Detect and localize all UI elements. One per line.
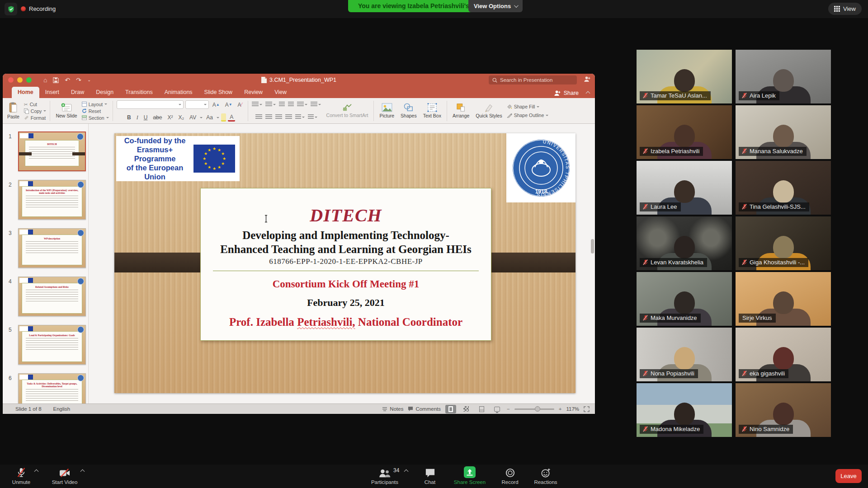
tab-draw[interactable]: Draw (65, 87, 90, 98)
align-text-button[interactable] (308, 114, 317, 120)
slide-1[interactable]: Co-funded by the Erasmus+ Programme of t… (114, 133, 576, 393)
customize-toolbar-icon[interactable]: ⌄ (87, 78, 91, 82)
participant-tile[interactable]: Nino Samnidze (736, 383, 831, 437)
align-left-button[interactable] (255, 114, 262, 120)
participant-tile[interactable]: Maka Murvanidze (637, 272, 732, 326)
cut-button[interactable]: ✂Cut (24, 101, 47, 108)
layout-button[interactable]: Layout (82, 101, 109, 108)
picture-button[interactable]: Picture (377, 103, 396, 119)
zoom-slider[interactable] (514, 408, 554, 410)
participants-button[interactable]: 34 Participants (365, 466, 404, 485)
bullets-button[interactable] (252, 102, 262, 108)
start-video-button[interactable]: Start Video (47, 466, 82, 485)
thumbnail-slide-preview[interactable]: Lead & Participating Organizations: Goal… (18, 325, 86, 365)
minimize-window-button[interactable] (17, 77, 23, 83)
subscript-button[interactable]: X₂ (176, 113, 186, 122)
strikethrough-button[interactable]: abe (151, 113, 164, 122)
close-window-button[interactable] (8, 77, 14, 83)
superscript-button[interactable]: X² (165, 113, 175, 122)
chat-button[interactable]: Chat (420, 466, 440, 485)
audio-options-caret[interactable] (34, 469, 39, 474)
reactions-button[interactable]: Reactions (530, 466, 561, 485)
participants-caret[interactable] (404, 469, 409, 474)
security-shield-icon[interactable] (5, 3, 17, 15)
new-slide-button[interactable]: New Slide (54, 103, 79, 119)
zoom-in-button[interactable]: + (559, 406, 562, 412)
share-screen-button[interactable]: Share Screen (449, 466, 490, 485)
fit-slide-icon[interactable] (584, 406, 590, 412)
quick-styles-button[interactable]: Quick Styles (474, 103, 504, 119)
tab-transitions[interactable]: Transitions (119, 87, 159, 98)
thumbnail-slide-preview[interactable]: WP description (18, 228, 86, 268)
zoom-slider-knob[interactable] (535, 406, 540, 412)
zoom-window-button[interactable] (26, 77, 32, 83)
tab-insert[interactable]: Insert (39, 87, 65, 98)
slide-sorter-view-button[interactable] (461, 405, 472, 413)
text-direction-button[interactable] (295, 114, 305, 120)
shape-fill-button[interactable]: Shape Fill (507, 103, 549, 110)
participant-tile[interactable]: Nona Popiashvili (637, 328, 732, 381)
zoom-out-button[interactable]: − (507, 406, 510, 412)
notes-page-view-button[interactable] (476, 405, 487, 413)
font-name-combo[interactable] (117, 100, 184, 109)
change-case-button[interactable]: Aa (204, 113, 215, 122)
search-field[interactable]: Search in Presentation (489, 75, 577, 84)
shape-outline-button[interactable]: Shape Outline (507, 112, 549, 119)
collapse-ribbon-icon[interactable] (586, 91, 590, 95)
align-center-button[interactable] (265, 114, 272, 120)
align-right-button[interactable] (275, 114, 282, 120)
normal-view-button[interactable] (445, 405, 456, 413)
record-button[interactable]: Record (497, 466, 523, 485)
participant-tile[interactable]: Tina Gelashvili-SJS... (736, 161, 831, 215)
participant-tile[interactable]: Aira Lepik (736, 50, 831, 103)
increase-indent-button[interactable] (288, 102, 294, 108)
numbering-button[interactable] (265, 102, 276, 108)
thumbnail-slide-preview[interactable]: Related Assumptions and Risks (18, 277, 86, 316)
decrease-font-button[interactable]: A▼ (223, 101, 234, 109)
project-code[interactable]: 618766-EPP-1-2020-1-EE-EPPKA2-CBHE-JP (201, 257, 491, 266)
thumbnail-slide-preview[interactable]: Introduction of the WP1 (Preparation): o… (18, 180, 86, 220)
participant-tile[interactable]: Laura Lee (637, 161, 732, 215)
underline-button[interactable]: U (142, 113, 150, 122)
video-options-caret[interactable] (80, 469, 85, 474)
participant-tile[interactable]: Levan Kvaratskhelia (637, 216, 732, 270)
line-spacing-button[interactable] (297, 102, 307, 108)
tab-view[interactable]: View (269, 87, 292, 98)
slide-title[interactable]: DITECH (201, 205, 491, 226)
participant-tile[interactable]: Izabela Petriashvili (637, 105, 732, 159)
notes-toggle[interactable]: Notes (382, 406, 403, 412)
increase-font-button[interactable]: A▲ (211, 101, 222, 109)
participant-tile[interactable]: Sirje Virkus (736, 272, 831, 326)
slideshow-view-button[interactable] (491, 405, 502, 413)
share-button[interactable]: Share (554, 90, 590, 96)
arrange-button[interactable]: Arrange (451, 103, 471, 119)
window-controls[interactable] (8, 77, 32, 83)
undo-icon[interactable]: ↶ (65, 77, 70, 83)
columns-button[interactable] (311, 102, 321, 108)
section-button[interactable]: Section (82, 114, 109, 121)
highlight-button[interactable] (221, 113, 226, 122)
participant-tile[interactable]: Tamar TeSaU Aslan... (637, 50, 732, 103)
tab-animations[interactable]: Animations (159, 87, 198, 98)
tab-review[interactable]: Review (238, 87, 269, 98)
comments-toggle[interactable]: Comments (408, 406, 441, 412)
thumbnail-slide-preview[interactable]: DITECH (18, 131, 86, 171)
tab-design[interactable]: Design (90, 87, 119, 98)
copy-button[interactable]: Copy (24, 108, 47, 114)
justify-button[interactable] (285, 114, 292, 120)
font-color-button[interactable]: A (228, 113, 235, 122)
font-size-combo[interactable] (185, 100, 209, 109)
character-spacing-button[interactable]: AV (188, 113, 198, 122)
slide-title-card[interactable]: DITECH Developing and Implementing Techn… (200, 188, 491, 341)
meeting-title[interactable]: Consortium Kick Off Meeting #1 (201, 278, 491, 290)
participant-tile[interactable]: Manana Salukvadze (736, 105, 831, 159)
bold-button[interactable]: B (125, 113, 133, 122)
unmute-button[interactable]: Unmute (7, 466, 35, 485)
presence-icon[interactable] (584, 76, 590, 84)
participant-tile[interactable]: Madona Mikeladze (637, 383, 732, 437)
slide-subtitle[interactable]: Developing and Implementing Technology- … (201, 229, 491, 256)
meeting-date[interactable]: February 25, 2021 (201, 297, 491, 309)
convert-to-smartart-button[interactable]: Convert to SmartArt (325, 99, 370, 122)
gallery-view-button[interactable]: View (828, 3, 862, 15)
paste-button[interactable]: Paste (5, 102, 21, 120)
